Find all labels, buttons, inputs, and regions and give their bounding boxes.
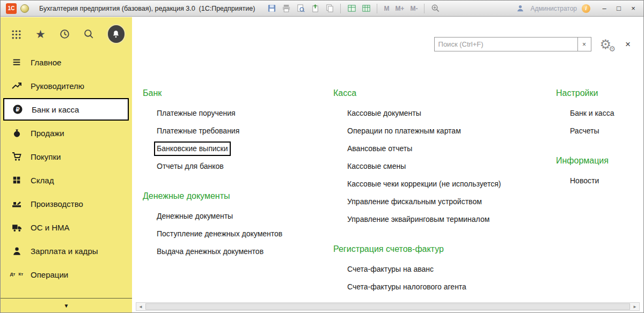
sidebar-item-label: Продажи (31, 129, 64, 138)
sidebar-item-label: Главное (31, 58, 61, 67)
main-menu-button[interactable] (20, 4, 29, 13)
app-window: 1С Бухгалтерия предприятия (базовая), ре… (0, 0, 644, 313)
menu-link-scheta-faktury-na-avans[interactable]: Счета-фактуры на аванс (333, 260, 564, 278)
section-title-nastroyki: Настройки (556, 88, 644, 98)
menu-link-scheta-faktury-nalogovogo-agenta[interactable]: Счета-фактуры налогового агента (333, 278, 564, 296)
sidebar-item-bank-i-kassa[interactable]: ₽ Банк и касса (3, 98, 129, 121)
sidebar-item-proizvodstvo[interactable]: Производство (1, 192, 132, 215)
info-icon[interactable]: i (582, 4, 590, 13)
menu-column-1: Банк Платежные поручения Платежные требо… (143, 88, 328, 260)
sidebar-item-glavnoe[interactable]: Главное (1, 50, 132, 74)
search-icon[interactable] (83, 28, 95, 41)
export-document-icon[interactable] (310, 3, 320, 14)
sidebar-item-zarplata-i-kadry[interactable]: Зарплата и кадры (1, 239, 132, 263)
scrollbar-thumb[interactable] (145, 303, 630, 310)
scroll-left-arrow[interactable]: ◄ (136, 303, 145, 310)
sidebar-item-prodazhi[interactable]: Продажи (1, 121, 132, 145)
toolbar-separator (424, 4, 425, 13)
cart-icon (10, 151, 23, 162)
truck-icon (10, 222, 23, 233)
gear-icon[interactable]: ⚙⚙ (600, 38, 612, 51)
sidebar-item-rukovoditelyu[interactable]: Руководителю (1, 74, 132, 98)
sidebar-item-label: Склад (31, 176, 54, 185)
machine-icon (10, 198, 23, 209)
menu-link-otchety-dlya-bankov[interactable]: Отчеты для банков (143, 158, 328, 175)
sidebar-item-label: Производство (31, 199, 83, 208)
menu-link-kassovye-cheki-korrekcii[interactable]: Кассовые чеки коррекции (не используется… (333, 175, 564, 193)
section-title-registraciya-schetov-faktur: Регистрация счетов-фактур (333, 244, 564, 254)
notifications-bell-icon[interactable] (107, 24, 126, 44)
section-title-informaciya: Информация (556, 156, 644, 166)
table-values-icon[interactable] (346, 3, 357, 14)
calc-memory-minus-button[interactable]: M- (409, 5, 419, 12)
search-input[interactable] (434, 37, 578, 51)
menu-link-upravlenie-ekvayringovym-terminalom[interactable]: Управление эквайринговым терминалом (333, 211, 564, 228)
history-icon[interactable] (58, 28, 71, 41)
debit-credit-icon: Дт Кт (10, 272, 23, 277)
1c-logo: 1С (6, 3, 17, 14)
trend-chart-icon (10, 80, 23, 91)
menu-link-raschety[interactable]: Расчеты (556, 122, 644, 140)
minimize-button[interactable]: – (599, 4, 609, 12)
section-title-denezhnye-dokumenty: Денежные документы (143, 191, 328, 201)
sidebar-item-os-i-nma[interactable]: ОС и НМА (1, 215, 132, 239)
user-icon[interactable] (515, 3, 525, 14)
menu-link-bankovskie-vypiski[interactable]: Банковские выписки (143, 140, 328, 158)
section-title-bank: Банк (143, 88, 328, 98)
menu-link-bank-i-kassa-nastroyki[interactable]: Банк и касса (556, 105, 644, 122)
menu-link-kassovye-dokumenty[interactable]: Кассовые документы (333, 105, 564, 122)
boxes-grid-icon (10, 175, 23, 185)
menu-link-upravlenie-fiskalnym-ustroystvom[interactable]: Управление фискальным устройством (333, 193, 564, 211)
sidebar-item-sklad[interactable]: Склад (1, 168, 132, 192)
sidebar-item-operacii[interactable]: Дт Кт Операции (1, 263, 132, 286)
panel-close-icon[interactable]: × (625, 39, 631, 50)
titlebar-toolbar: M M+ M- (266, 3, 441, 14)
sidebar-item-label: Банк и касса (32, 105, 79, 114)
menu-link-avansovye-otchety[interactable]: Авансовые отчеты (333, 140, 564, 158)
svg-text:₽: ₽ (16, 106, 20, 113)
menu-link-operacii-po-platezhnym-kartam[interactable]: Операции по платежным картам (333, 122, 564, 140)
menu-icon (10, 57, 23, 67)
print-icon[interactable] (281, 3, 291, 14)
sidebar: ★ Главное Руководителю (1, 17, 132, 312)
save-icon[interactable] (266, 3, 277, 14)
menu-link-platezhnye-trebovaniya[interactable]: Платежные требования (143, 122, 328, 140)
toolbar-separator (377, 4, 377, 13)
money-bag-icon (10, 128, 23, 138)
person-icon (10, 246, 23, 256)
menu-link-platezhnye-porucheniya[interactable]: Платежные поручения (143, 105, 328, 122)
sidebar-item-pokupki[interactable]: Покупки (1, 145, 132, 168)
window-title: Бухгалтерия предприятия (базовая), редак… (39, 5, 255, 12)
zoom-icon[interactable] (430, 3, 441, 14)
panel-top-bar: × ⚙⚙ × (434, 37, 631, 51)
apps-grid-icon[interactable] (10, 28, 23, 41)
menu-link-novosti[interactable]: Новости (556, 172, 644, 190)
scroll-right-arrow[interactable]: ► (631, 303, 639, 310)
sidebar-item-label: Зарплата и кадры (31, 247, 98, 256)
menu-link-denezhnye-dokumenty[interactable]: Денежные документы (143, 207, 328, 225)
focused-link-box: Банковские выписки (154, 141, 231, 156)
current-user-label[interactable]: Администратор (530, 5, 577, 12)
calc-memory-button[interactable]: M (383, 5, 390, 12)
sidebar-item-label: Руководителю (31, 81, 84, 91)
toolbar-separator (340, 4, 341, 13)
search-clear-button[interactable]: × (578, 37, 591, 51)
menu-link-postuplenie-denezhnyh-dokumentov[interactable]: Поступление денежных документов (143, 225, 328, 243)
ruble-circle-icon: ₽ (11, 104, 24, 115)
sidebar-item-label: ОС и НМА (31, 223, 70, 232)
sidebar-menu: Главное Руководителю ₽ Банк и касса Прод… (1, 50, 132, 286)
titlebar: 1С Бухгалтерия предприятия (базовая), ре… (1, 1, 643, 17)
close-button[interactable]: × (628, 4, 638, 12)
menu-column-3: Настройки Банк и касса Расчеты Информаци… (556, 88, 644, 190)
menu-link-kassovye-smeny[interactable]: Кассовые смены (333, 158, 564, 175)
table-settings-icon[interactable] (361, 3, 371, 14)
menu-column-2: Касса Кассовые документы Операции по пла… (333, 88, 564, 296)
copy-document-icon[interactable] (324, 3, 335, 14)
calc-memory-plus-button[interactable]: M+ (394, 5, 405, 12)
print-preview-icon[interactable] (295, 3, 306, 14)
sidebar-expand-button[interactable]: ▼ (1, 298, 132, 312)
horizontal-scrollbar[interactable]: ◄ ► (136, 302, 640, 311)
menu-link-vydacha-denezhnyh-dokumentov[interactable]: Выдача денежных документов (143, 243, 328, 260)
favorites-star-icon[interactable]: ★ (34, 28, 47, 41)
maximize-button[interactable]: □ (614, 4, 624, 12)
